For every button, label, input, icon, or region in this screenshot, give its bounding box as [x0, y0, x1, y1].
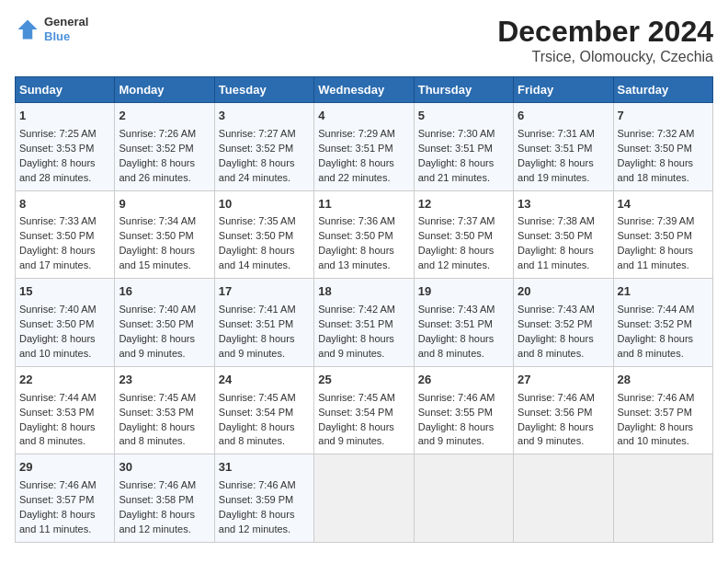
- col-thursday: Thursday: [414, 77, 513, 103]
- day-24: 24Sunrise: 7:45 AMSunset: 3:54 PMDayligh…: [214, 366, 313, 454]
- logo-line1: General: [44, 15, 88, 29]
- day-31: 31Sunrise: 7:46 AMSunset: 3:59 PMDayligh…: [214, 454, 313, 543]
- day-22: 22Sunrise: 7:44 AMSunset: 3:53 PMDayligh…: [16, 366, 115, 454]
- day-12: 12Sunrise: 7:37 AMSunset: 3:50 PMDayligh…: [414, 190, 513, 279]
- day-20: 20Sunrise: 7:43 AMSunset: 3:52 PMDayligh…: [514, 279, 613, 367]
- empty-cell-4: [613, 454, 712, 543]
- day-6: 6Sunrise: 7:31 AMSunset: 3:51 PMDaylight…: [514, 103, 613, 191]
- day-7: 7Sunrise: 7:32 AMSunset: 3:50 PMDaylight…: [613, 103, 712, 191]
- logo-text: General Blue: [44, 15, 88, 43]
- week-row-3: 15Sunrise: 7:40 AMSunset: 3:50 PMDayligh…: [16, 279, 713, 367]
- empty-cell-2: [414, 454, 513, 543]
- col-friday: Friday: [514, 77, 613, 103]
- col-monday: Monday: [115, 77, 214, 103]
- empty-cell-3: [514, 454, 613, 543]
- title-block: December 2024 Trsice, Olomoucky, Czechia: [497, 15, 713, 65]
- day-5: 5Sunrise: 7:30 AMSunset: 3:51 PMDaylight…: [414, 103, 513, 191]
- day-9: 9Sunrise: 7:34 AMSunset: 3:50 PMDaylight…: [115, 190, 214, 279]
- week-row-5: 29Sunrise: 7:46 AMSunset: 3:57 PMDayligh…: [16, 454, 713, 543]
- logo-icon: [15, 17, 40, 42]
- day-15: 15Sunrise: 7:40 AMSunset: 3:50 PMDayligh…: [16, 279, 115, 367]
- day-23: 23Sunrise: 7:45 AMSunset: 3:53 PMDayligh…: [115, 366, 214, 454]
- day-25: 25Sunrise: 7:45 AMSunset: 3:54 PMDayligh…: [314, 366, 414, 454]
- calendar-table: Sunday Monday Tuesday Wednesday Thursday…: [15, 76, 713, 543]
- day-17: 17Sunrise: 7:41 AMSunset: 3:51 PMDayligh…: [214, 279, 313, 367]
- day-16: 16Sunrise: 7:40 AMSunset: 3:50 PMDayligh…: [115, 279, 214, 367]
- day-19: 19Sunrise: 7:43 AMSunset: 3:51 PMDayligh…: [414, 279, 513, 367]
- col-wednesday: Wednesday: [314, 77, 414, 103]
- day-21: 21Sunrise: 7:44 AMSunset: 3:52 PMDayligh…: [613, 279, 712, 367]
- week-row-2: 8Sunrise: 7:33 AMSunset: 3:50 PMDaylight…: [16, 190, 713, 279]
- day-28: 28Sunrise: 7:46 AMSunset: 3:57 PMDayligh…: [613, 366, 712, 454]
- day-3: 3Sunrise: 7:27 AMSunset: 3:52 PMDaylight…: [214, 103, 313, 191]
- day-26: 26Sunrise: 7:46 AMSunset: 3:55 PMDayligh…: [414, 366, 513, 454]
- logo-line2: Blue: [44, 29, 88, 44]
- day-8: 8Sunrise: 7:33 AMSunset: 3:50 PMDaylight…: [16, 190, 115, 279]
- page-header: General Blue December 2024 Trsice, Olomo…: [15, 15, 713, 65]
- svg-marker-0: [18, 19, 38, 39]
- day-10: 10Sunrise: 7:35 AMSunset: 3:50 PMDayligh…: [214, 190, 313, 279]
- logo: General Blue: [15, 15, 88, 43]
- empty-cell-1: [314, 454, 414, 543]
- day-1: 1Sunrise: 7:25 AMSunset: 3:53 PMDaylight…: [16, 103, 115, 191]
- week-row-1: 1Sunrise: 7:25 AMSunset: 3:53 PMDaylight…: [16, 103, 713, 191]
- day-11: 11Sunrise: 7:36 AMSunset: 3:50 PMDayligh…: [314, 190, 414, 279]
- page-title: December 2024: [497, 15, 713, 49]
- weekday-header-row: Sunday Monday Tuesday Wednesday Thursday…: [16, 77, 713, 103]
- day-27: 27Sunrise: 7:46 AMSunset: 3:56 PMDayligh…: [514, 366, 613, 454]
- day-18: 18Sunrise: 7:42 AMSunset: 3:51 PMDayligh…: [314, 279, 414, 367]
- col-sunday: Sunday: [16, 77, 115, 103]
- day-2: 2Sunrise: 7:26 AMSunset: 3:52 PMDaylight…: [115, 103, 214, 191]
- day-4: 4Sunrise: 7:29 AMSunset: 3:51 PMDaylight…: [314, 103, 414, 191]
- day-30: 30Sunrise: 7:46 AMSunset: 3:58 PMDayligh…: [115, 454, 214, 543]
- col-tuesday: Tuesday: [214, 77, 313, 103]
- page-subtitle: Trsice, Olomoucky, Czechia: [497, 49, 713, 65]
- col-saturday: Saturday: [613, 77, 712, 103]
- day-13: 13Sunrise: 7:38 AMSunset: 3:50 PMDayligh…: [514, 190, 613, 279]
- day-14: 14Sunrise: 7:39 AMSunset: 3:50 PMDayligh…: [613, 190, 712, 279]
- day-29: 29Sunrise: 7:46 AMSunset: 3:57 PMDayligh…: [16, 454, 115, 543]
- week-row-4: 22Sunrise: 7:44 AMSunset: 3:53 PMDayligh…: [16, 366, 713, 454]
